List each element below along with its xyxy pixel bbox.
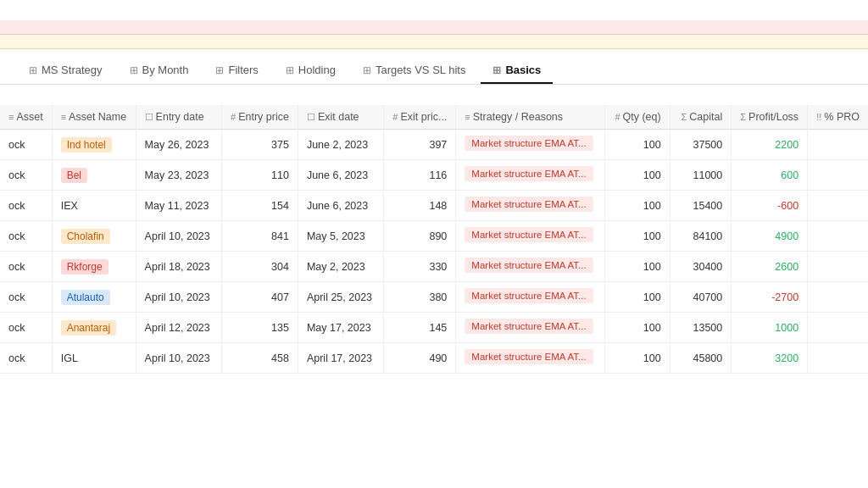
table-row: ock IEX May 11, 2023 154 June 6, 2023 14… xyxy=(0,191,868,221)
strategy-button-2[interactable]: Market structure EMA AT... xyxy=(465,197,593,212)
th-pl: ΣProfit/Loss xyxy=(732,105,808,130)
cell-asset-name-0: Ind hotel xyxy=(52,130,136,160)
strategy-button-1[interactable]: Market structure EMA AT... xyxy=(465,166,593,181)
table-row: ock Anantaraj April 12, 2023 135 May 17,… xyxy=(0,313,868,343)
cell-pl-7: 3200 xyxy=(732,343,808,374)
th-asset: ≡Asset xyxy=(0,105,52,130)
tab-label-holding: Holding xyxy=(298,64,336,76)
th-qty: #Qty (eq) xyxy=(605,105,670,130)
cell-qty-6: 100 xyxy=(605,313,670,343)
cell-entry-price-3: 841 xyxy=(222,221,298,252)
th-exit-date: ☐Exit date xyxy=(298,105,383,130)
cell-qty-3: 100 xyxy=(605,221,670,252)
asset-name-badge-5: Atulauto xyxy=(61,290,110,305)
strategy-button-5[interactable]: Market structure EMA AT... xyxy=(465,288,593,303)
banner-yellow xyxy=(0,35,868,49)
cell-pct-2 xyxy=(808,191,868,221)
cell-entry-price-6: 135 xyxy=(222,313,298,343)
cell-strategy-3[interactable]: Market structure EMA AT... xyxy=(456,221,605,252)
cell-exit-date-2: June 6, 2023 xyxy=(298,191,383,221)
th-capital: ΣCapital xyxy=(670,105,732,130)
strategy-button-0[interactable]: Market structure EMA AT... xyxy=(465,136,593,151)
cell-asset-name-1: Bel xyxy=(52,160,136,191)
cell-exit-price-3: 890 xyxy=(384,221,456,252)
cell-capital-2: 15400 xyxy=(670,191,732,221)
table-body: ock Ind hotel May 26, 2023 375 June 2, 2… xyxy=(0,130,868,374)
cell-pct-4 xyxy=(808,252,868,282)
asset-name-badge-4: Rkforge xyxy=(61,259,108,274)
cell-qty-1: 100 xyxy=(605,160,670,191)
tab-targets-vs[interactable]: ⊞Targets VS SL hits xyxy=(351,58,477,84)
tab-icon-holding: ⊞ xyxy=(286,64,294,76)
tab-label-filters: Filters xyxy=(228,64,258,76)
cell-exit-date-7: April 17, 2023 xyxy=(298,343,383,374)
cell-qty-5: 100 xyxy=(605,282,670,313)
cell-exit-date-0: June 2, 2023 xyxy=(298,130,383,160)
cell-strategy-4[interactable]: Market structure EMA AT... xyxy=(456,252,605,282)
tab-basics[interactable]: ⊞Basics xyxy=(481,58,553,84)
page-title xyxy=(0,0,868,20)
cell-strategy-6[interactable]: Market structure EMA AT... xyxy=(456,313,605,343)
cell-pl-0: 2200 xyxy=(732,130,808,160)
th-strategy: ≡Strategy / Reasons xyxy=(456,105,605,130)
cell-strategy-1[interactable]: Market structure EMA AT... xyxy=(456,160,605,191)
tabs-bar: ⊞MS Strategy⊞By Month⊞Filters⊞Holding⊞Ta… xyxy=(0,49,868,85)
cell-asset-name-3: Cholafin xyxy=(52,221,136,252)
strategy-button-6[interactable]: Market structure EMA AT... xyxy=(465,319,593,334)
th-pct: !!% PRO xyxy=(808,105,868,130)
cell-exit-price-7: 490 xyxy=(384,343,456,374)
cell-exit-price-6: 145 xyxy=(384,313,456,343)
strategy-button-3[interactable]: Market structure EMA AT... xyxy=(465,227,593,242)
cell-entry-date-2: May 11, 2023 xyxy=(136,191,221,221)
cell-strategy-2[interactable]: Market structure EMA AT... xyxy=(456,191,605,221)
cell-entry-date-4: April 18, 2023 xyxy=(136,252,221,282)
cell-capital-1: 11000 xyxy=(670,160,732,191)
cell-exit-date-3: May 5, 2023 xyxy=(298,221,383,252)
cell-asset-5: ock xyxy=(0,282,52,313)
tab-holding[interactable]: ⊞Holding xyxy=(274,58,348,84)
cell-exit-price-2: 148 xyxy=(384,191,456,221)
th-entry-date: ☐Entry date xyxy=(136,105,221,130)
cell-exit-price-4: 330 xyxy=(384,252,456,282)
cell-entry-date-5: April 10, 2023 xyxy=(136,282,221,313)
cell-pct-0 xyxy=(808,130,868,160)
table-header-row: ≡Asset ≡Asset Name ☐Entry date #Entry pr… xyxy=(0,105,868,130)
cell-capital-4: 30400 xyxy=(670,252,732,282)
cell-pl-4: 2600 xyxy=(732,252,808,282)
table-row: ock Ind hotel May 26, 2023 375 June 2, 2… xyxy=(0,130,868,160)
tab-icon-by-month: ⊞ xyxy=(130,64,138,76)
asset-name-text-7: IGL xyxy=(61,352,78,364)
cell-pl-1: 600 xyxy=(732,160,808,191)
cell-capital-6: 13500 xyxy=(670,313,732,343)
asset-name-text-2: IEX xyxy=(61,200,78,212)
cell-asset-7: ock xyxy=(0,343,52,374)
table-row: ock Bel May 23, 2023 110 June 6, 2023 11… xyxy=(0,160,868,191)
cell-pl-6: 1000 xyxy=(732,313,808,343)
cell-strategy-5[interactable]: Market structure EMA AT... xyxy=(456,282,605,313)
asset-name-badge-1: Bel xyxy=(61,168,87,183)
cell-exit-date-1: June 6, 2023 xyxy=(298,160,383,191)
th-asset-name: ≡Asset Name xyxy=(52,105,136,130)
cell-strategy-7[interactable]: Market structure EMA AT... xyxy=(456,343,605,374)
tab-filters[interactable]: ⊞Filters xyxy=(203,58,270,84)
banner-pink xyxy=(0,20,868,35)
cell-asset-6: ock xyxy=(0,313,52,343)
cell-strategy-0[interactable]: Market structure EMA AT... xyxy=(456,130,605,160)
cell-asset-0: ock xyxy=(0,130,52,160)
strategy-button-7[interactable]: Market structure EMA AT... xyxy=(465,349,593,364)
tab-by-month[interactable]: ⊞By Month xyxy=(118,58,201,84)
cell-exit-date-4: May 2, 2023 xyxy=(298,252,383,282)
tab-ms-strategy[interactable]: ⊞MS Strategy xyxy=(17,58,114,84)
cell-asset-name-7: IGL xyxy=(52,343,136,374)
th-entry-price: #Entry price xyxy=(222,105,298,130)
strategy-button-4[interactable]: Market structure EMA AT... xyxy=(465,258,593,273)
table-wrap: ≡Asset ≡Asset Name ☐Entry date #Entry pr… xyxy=(0,105,868,391)
cell-entry-date-1: May 23, 2023 xyxy=(136,160,221,191)
cell-exit-date-5: April 25, 2023 xyxy=(298,282,383,313)
tab-icon-filters: ⊞ xyxy=(215,64,224,76)
cell-capital-0: 37500 xyxy=(670,130,732,160)
cell-entry-price-5: 407 xyxy=(222,282,298,313)
cell-asset-name-5: Atulauto xyxy=(52,282,136,313)
cell-asset-name-4: Rkforge xyxy=(52,252,136,282)
cell-entry-date-7: April 10, 2023 xyxy=(136,343,221,374)
